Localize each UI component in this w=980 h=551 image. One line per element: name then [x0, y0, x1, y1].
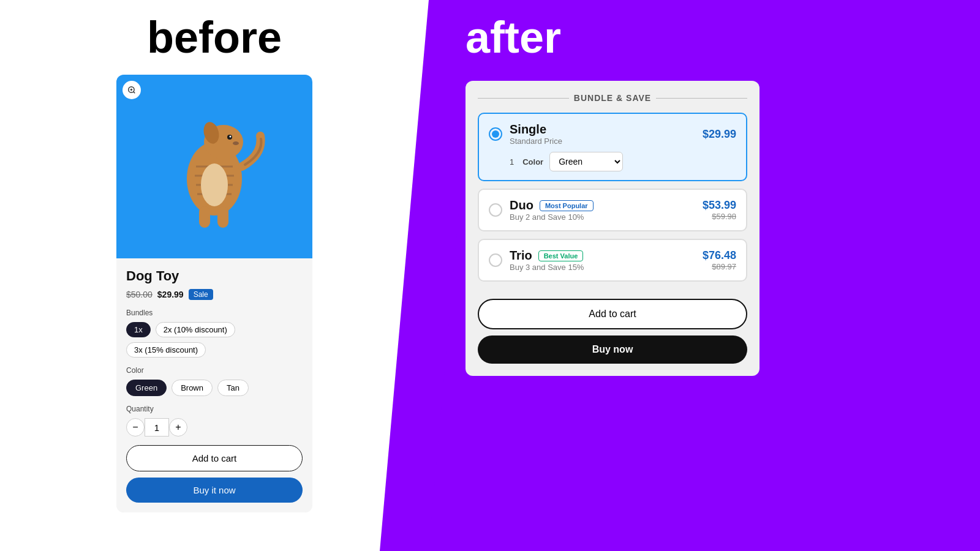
bundle-duo-text: Duo Most Popular Buy 2 and Save 10%	[510, 198, 594, 222]
bundle-option-trio-header: Trio Best Value Buy 3 and Save 15% $76.4…	[489, 249, 736, 272]
best-value-badge: Best Value	[538, 250, 584, 261]
color-row: Green Brown Tan	[126, 380, 303, 396]
bundle-option-duo-left: Duo Most Popular Buy 2 and Save 10%	[489, 198, 594, 222]
bundle-single-text: Single Standard Price	[510, 122, 562, 146]
buy-it-now-button[interactable]: Buy it now	[126, 478, 303, 503]
bundle-duo-name-row: Duo Most Popular	[510, 198, 594, 212]
bundle-duo-price: $53.99	[703, 199, 736, 212]
bundle-duo-sub: Buy 2 and Save 10%	[510, 212, 594, 222]
bundles-row: 1x 2x (10% discount) 3x (15% discount)	[126, 322, 303, 358]
price-row: $50.00 $29.99 Sale	[126, 289, 303, 300]
quantity-decrease-button[interactable]: −	[126, 418, 145, 437]
qty-number: 1	[510, 157, 514, 167]
bundle-trio-name-row: Trio Best Value	[510, 249, 584, 263]
price-original: $50.00	[126, 290, 153, 299]
color-select[interactable]: Green Brown Tan	[549, 152, 623, 171]
dog-toy-image	[153, 99, 276, 234]
radio-duo[interactable]	[489, 203, 502, 217]
color-label: Color	[126, 366, 303, 375]
quantity-value: 1	[145, 418, 169, 437]
bundle-option-single-left: Single Standard Price	[489, 122, 562, 146]
after-panel: after BUNDLE & SAVE Single Standard Pric…	[429, 0, 980, 551]
bundle-2x-button[interactable]: 2x (10% discount)	[156, 322, 235, 337]
svg-point-12	[230, 136, 232, 138]
bundle-1x-button[interactable]: 1x	[126, 322, 151, 337]
color-brown-button[interactable]: Brown	[172, 380, 213, 396]
bundle-3x-button[interactable]: 3x (15% discount)	[126, 342, 206, 358]
svg-line-1	[134, 92, 135, 94]
quantity-label: Quantity	[126, 405, 303, 413]
after-add-to-cart-button[interactable]: Add to cart	[478, 299, 747, 329]
bundle-single-price-col: $29.99	[703, 128, 736, 141]
bundle-option-trio-left: Trio Best Value Buy 3 and Save 15%	[489, 249, 584, 272]
before-panel: before	[0, 0, 429, 551]
bundle-single-price: $29.99	[703, 128, 736, 141]
bundle-single-name: Single	[510, 122, 562, 137]
bundles-label: Bundles	[126, 309, 303, 317]
bundle-duo-price-col: $53.99 $59.98	[703, 199, 736, 221]
bundle-duo-original-price: $59.98	[703, 212, 736, 221]
quantity-row: − 1 +	[126, 418, 303, 437]
price-current: $29.99	[157, 290, 184, 299]
svg-rect-15	[199, 206, 210, 228]
svg-point-9	[201, 163, 228, 206]
color-label-small: Color	[522, 157, 543, 167]
bundle-trio-sub: Buy 3 and Save 15%	[510, 263, 584, 272]
bundle-option-duo[interactable]: Duo Most Popular Buy 2 and Save 10% $53.…	[478, 189, 747, 231]
bundle-card: BUNDLE & SAVE Single Standard Price $29.…	[466, 81, 760, 376]
bundle-option-duo-header: Duo Most Popular Buy 2 and Save 10% $53.…	[489, 198, 736, 222]
before-label: before	[147, 12, 282, 62]
svg-point-13	[233, 141, 239, 145]
sale-badge: Sale	[189, 289, 213, 300]
bundle-option-single[interactable]: Single Standard Price $29.99 1 Color Gre…	[478, 113, 747, 181]
add-to-cart-button[interactable]: Add to cart	[126, 445, 303, 471]
bundle-trio-original-price: $89.97	[703, 262, 736, 271]
after-label: after	[466, 12, 561, 62]
radio-single[interactable]	[489, 127, 502, 141]
bundle-trio-price-col: $76.48 $89.97	[703, 249, 736, 271]
product-info: Dog Toy $50.00 $29.99 Sale Bundles 1x 2x…	[116, 258, 312, 512]
product-image-area	[116, 75, 312, 258]
bundle-save-title: BUNDLE & SAVE	[478, 93, 747, 103]
zoom-icon-button[interactable]	[123, 81, 141, 99]
bundle-option-trio[interactable]: Trio Best Value Buy 3 and Save 15% $76.4…	[478, 239, 747, 282]
bundle-trio-price: $76.48	[703, 249, 736, 262]
bundle-trio-text: Trio Best Value Buy 3 and Save 15%	[510, 249, 584, 272]
bundle-single-sub: Standard Price	[510, 137, 562, 146]
color-green-button[interactable]: Green	[126, 380, 167, 396]
quantity-increase-button[interactable]: +	[169, 418, 187, 437]
after-buy-now-button[interactable]: Buy now	[478, 335, 747, 364]
color-tan-button[interactable]: Tan	[217, 380, 249, 396]
bundle-duo-name: Duo	[510, 198, 533, 212]
most-popular-badge: Most Popular	[540, 200, 594, 211]
bundle-trio-name: Trio	[510, 249, 532, 263]
svg-rect-16	[217, 206, 228, 228]
color-select-row: 1 Color Green Brown Tan	[510, 152, 736, 171]
product-card: Dog Toy $50.00 $29.99 Sale Bundles 1x 2x…	[116, 75, 312, 512]
radio-trio[interactable]	[489, 253, 502, 267]
product-title: Dog Toy	[126, 268, 303, 284]
bundle-option-single-header: Single Standard Price $29.99	[489, 122, 736, 146]
